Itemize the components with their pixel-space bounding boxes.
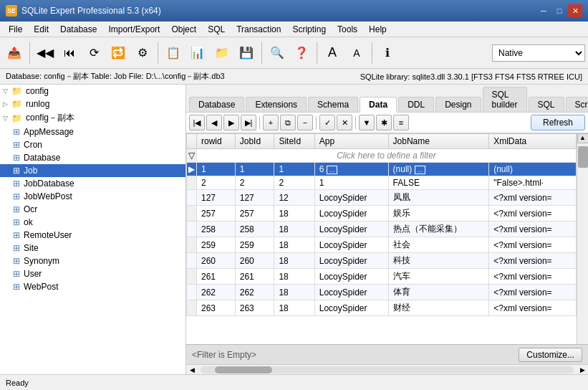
tree-item-site[interactable]: ⊞ Site	[0, 242, 185, 255]
menu-import-export[interactable]: Import/Export	[102, 23, 165, 36]
menu-database[interactable]: Database	[54, 23, 102, 36]
col-rowid[interactable]: rowid	[197, 134, 236, 149]
minimize-button[interactable]: ─	[536, 4, 551, 17]
menu-edit[interactable]: Edit	[28, 23, 54, 36]
toolbar-btn-2[interactable]: ◀◀	[34, 42, 57, 65]
toolbar-btn-5[interactable]: 🔁	[107, 42, 130, 65]
col-jobname[interactable]: JobName	[388, 134, 489, 149]
tab-design[interactable]: Design	[435, 97, 481, 112]
scroll-up-btn[interactable]: ▲	[577, 133, 589, 143]
table-row[interactable]: 257 257 18 LocoySpider 娱乐 <?xml version=	[187, 206, 577, 222]
menu-sql[interactable]: SQL	[202, 23, 231, 36]
data-prev-btn[interactable]: ◀	[206, 115, 222, 130]
scroll-left-btn[interactable]: ◀	[186, 366, 198, 374]
row-indicator	[187, 206, 197, 222]
data-save-btn[interactable]: ✓	[319, 115, 335, 130]
toolbar-btn-1[interactable]: 📤	[3, 42, 26, 65]
tree-item-config-copy[interactable]: ▽ 📁 config－副本	[0, 110, 185, 125]
data-add-btn[interactable]: +	[263, 115, 279, 130]
table-row[interactable]: ▶ 1 1 1 6 … (null) … (null)	[187, 163, 577, 176]
data-del-btn[interactable]: −	[297, 115, 313, 130]
table-row[interactable]: 258 258 18 LocoySpider 热点（不能采集） <?xml ve…	[187, 222, 577, 237]
data-dup-btn[interactable]: ⧉	[280, 115, 296, 130]
data-last-btn[interactable]: ▶|	[241, 115, 256, 130]
tree-item-jobwebpost[interactable]: ⊞ JobWebPost	[0, 190, 185, 203]
horizontal-scrollbar[interactable]: ◀ ▶	[186, 364, 588, 374]
close-button[interactable]: ✕	[568, 4, 582, 17]
scroll-thumb[interactable]	[215, 366, 272, 374]
toolbar-btn-8[interactable]: 📊	[186, 42, 209, 65]
tree-item-synonym[interactable]: ⊞ Synonym	[0, 255, 185, 267]
data-star-btn[interactable]: ✱	[376, 115, 392, 130]
menu-file[interactable]: File	[3, 23, 28, 36]
tab-data[interactable]: Data	[360, 97, 397, 113]
table-row[interactable]: 262 262 18 LocoySpider 体育 <?xml version=	[187, 285, 577, 300]
data-cancel-btn[interactable]: ✕	[337, 115, 352, 130]
maximize-button[interactable]: □	[552, 4, 567, 17]
data-next-btn[interactable]: ▶	[223, 115, 239, 130]
toolbar-btn-12[interactable]: ❓	[290, 42, 313, 65]
col-indicator	[187, 134, 197, 149]
tab-sql[interactable]: SQL	[529, 97, 564, 112]
toolbar-btn-font2[interactable]: A	[345, 42, 368, 65]
col-siteid[interactable]: SiteId	[274, 134, 314, 149]
tree-item-remoteuser[interactable]: ⊞ RemoteUser	[0, 229, 185, 242]
tree-item-database[interactable]: ⊞ Database	[0, 151, 185, 164]
toolbar-btn-info[interactable]: ℹ	[376, 42, 399, 65]
toolbar-btn-7[interactable]: 📋	[162, 42, 185, 65]
vertical-scrollbar[interactable]: ▲	[577, 133, 588, 344]
tab-sql-builder[interactable]: SQL builder	[483, 87, 527, 112]
table-icon: ⊞	[13, 140, 20, 150]
refresh-button[interactable]: Refresh	[531, 115, 585, 130]
table-row[interactable]: 261 261 18 LocoySpider 汽车 <?xml version=	[187, 269, 577, 285]
tab-extensions[interactable]: Extensions	[246, 97, 307, 112]
cell-rowid: 259	[197, 237, 236, 253]
menu-help[interactable]: Help	[363, 23, 392, 36]
tree-item-ok[interactable]: ⊞ ok	[0, 216, 185, 229]
data-first-btn[interactable]: |◀	[189, 115, 205, 130]
toolbar-sep-3	[261, 42, 262, 64]
table-row[interactable]: 260 260 18 LocoySpider 科技 <?xml version=	[187, 253, 577, 269]
menu-transaction[interactable]: Transaction	[231, 23, 286, 36]
tree-item-job[interactable]: ⊞ Job	[0, 164, 185, 177]
scroll-right-btn[interactable]: ▶	[577, 366, 588, 374]
col-app[interactable]: App	[314, 134, 388, 149]
col-xmldata[interactable]: XmlData	[489, 134, 577, 149]
tree-item-runlog[interactable]: ▷ 📁 runlog	[0, 98, 185, 110]
tree-item-ocr[interactable]: ⊞ Ocr	[0, 203, 185, 216]
sidebar-tree: ▽ 📁 config ▷ 📁 runlog ▽ 📁 config－副本 ⊞ Ap…	[0, 85, 186, 374]
table-row[interactable]: 2 2 2 1 FALSE "False>.html·	[187, 176, 577, 190]
toolbar-btn-3[interactable]: ⏮	[58, 42, 81, 65]
table-row[interactable]: 127 127 12 LocoySpider 凤凰 <?xml version=	[187, 190, 577, 206]
menu-object[interactable]: Object	[165, 23, 202, 36]
filter-hint[interactable]: Click here to define a filter	[197, 149, 577, 163]
toolbar-btn-11[interactable]: 🔍	[266, 42, 289, 65]
menu-scripting[interactable]: Scripting	[286, 23, 332, 36]
tree-item-cron[interactable]: ⊞ Cron	[0, 138, 185, 151]
data-filter-btn[interactable]: ▼	[359, 115, 375, 130]
toolbar-btn-4[interactable]: ⟳	[82, 42, 105, 65]
toolbar-btn-font1[interactable]: A	[321, 42, 344, 65]
tree-item-appmessage[interactable]: ⊞ AppMessage	[0, 125, 185, 138]
tab-database[interactable]: Database	[189, 97, 244, 112]
col-jobid[interactable]: JobId	[235, 134, 274, 149]
table-row[interactable]: 263 263 18 LocoySpider 财经 <?xml version=	[187, 300, 577, 316]
customize-button[interactable]: Customize...	[519, 348, 582, 362]
tree-item-jobdatabase[interactable]: ⊞ JobDatabase	[0, 177, 185, 190]
cell-xmldata: <?xml version=	[489, 300, 577, 316]
tab-schema[interactable]: Schema	[308, 97, 358, 112]
tree-item-config[interactable]: ▽ 📁 config	[0, 85, 185, 98]
data-cols-btn[interactable]: ≡	[393, 115, 409, 130]
tree-item-user[interactable]: ⊞ User	[0, 267, 185, 280]
native-select[interactable]: Native	[492, 44, 585, 62]
toolbar-btn-6[interactable]: ⚙	[131, 42, 154, 65]
tree-item-webpost[interactable]: ⊞ WebPost	[0, 280, 185, 293]
toolbar-btn-10[interactable]: 💾	[235, 42, 258, 65]
toolbar-btn-9[interactable]: 📁	[211, 42, 233, 65]
scroll-thumb[interactable]	[578, 146, 588, 168]
table-row[interactable]: 259 259 18 LocoySpider 社会 <?xml version=	[187, 237, 577, 253]
title-bar: SE SQLite Expert Professional 5.3 (x64) …	[0, 0, 588, 22]
tab-ddl[interactable]: DDL	[398, 97, 434, 112]
menu-tools[interactable]: Tools	[332, 23, 363, 36]
tab-scripting[interactable]: Scripting	[566, 97, 588, 112]
